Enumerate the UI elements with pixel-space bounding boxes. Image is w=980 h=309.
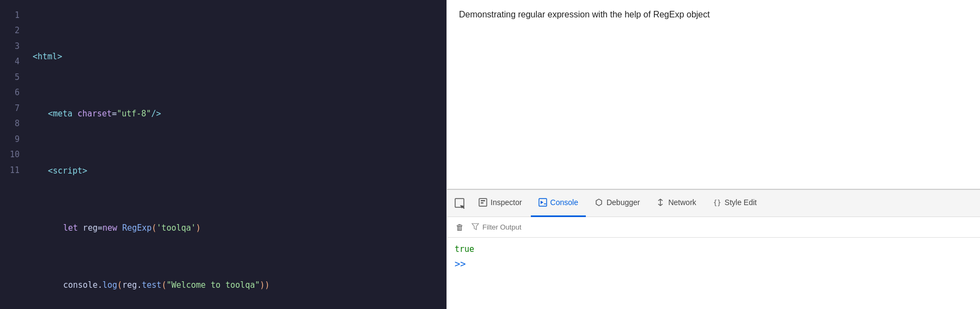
tab-style-edit[interactable]: {} Style Edit — [705, 190, 764, 217]
token-script-open-tag: script — [53, 164, 82, 178]
token-str-toolqa1: 'toolqa' — [157, 221, 196, 236]
token-charset-attr: charset — [77, 107, 112, 121]
token-let: let — [63, 221, 78, 236]
console-icon — [538, 198, 547, 207]
token-gt: > — [57, 50, 62, 64]
line-numbers: 1 2 3 4 5 6 7 8 9 10 11 — [0, 0, 27, 309]
token-lt: < — [33, 50, 38, 64]
token-test: test — [142, 279, 162, 293]
line-num-10: 10 — [0, 147, 20, 163]
right-pane: Demonstrating regular expression with th… — [446, 0, 980, 309]
token-paren-open: ( — [152, 221, 157, 236]
code-line-4: let reg=new RegExp('toolqa') — [33, 221, 446, 237]
tab-console[interactable]: Console — [531, 190, 586, 217]
line-num-9: 9 — [0, 132, 20, 147]
token-paren-close: ) — [196, 221, 201, 236]
tab-inspector[interactable]: Inspector — [471, 190, 530, 217]
devtools-tab-bar: Inspector Console — [447, 190, 980, 217]
style-edit-icon: {} — [713, 198, 721, 207]
code-line-5: console.log(reg.test("Welcome to toolqa"… — [33, 278, 446, 294]
token-str-welcome: "Welcome to toolqa" — [167, 279, 260, 293]
svg-marker-5 — [541, 201, 543, 204]
svg-marker-8 — [472, 224, 479, 230]
token-console: console. — [63, 279, 102, 293]
token-log-close: ) — [265, 279, 270, 293]
token-meta-self-close: /> — [151, 107, 161, 121]
line-num-5: 5 — [0, 70, 20, 85]
code-line-1: <html> — [33, 50, 446, 65]
tab-inspector-label: Inspector — [491, 198, 522, 207]
clear-console-button[interactable]: 🗑 — [452, 220, 467, 234]
line-num-6: 6 — [0, 85, 20, 101]
devtools-toolbar: 🗑 — [447, 217, 980, 238]
token-new: new — [102, 221, 117, 236]
token-meta-open: < — [48, 107, 53, 121]
console-prompt[interactable]: >> — [455, 256, 972, 271]
console-result-true: true — [455, 242, 972, 256]
inspector-icon — [479, 198, 487, 207]
token-regexp: RegExp — [122, 221, 151, 236]
svg-rect-3 — [481, 202, 483, 203]
network-icon — [656, 198, 665, 207]
token-log: log — [102, 279, 117, 293]
svg-rect-6 — [544, 203, 546, 205]
page-text: Demonstrating regular expression with th… — [459, 10, 710, 19]
filter-icon — [471, 223, 479, 232]
tab-debugger-label: Debugger — [607, 198, 640, 207]
token-script-open-lt: < — [48, 164, 53, 178]
svg-text:{}: {} — [713, 199, 721, 207]
filter-output-input[interactable] — [482, 223, 569, 231]
line-num-2: 2 — [0, 23, 20, 39]
tab-network[interactable]: Network — [648, 190, 703, 217]
token-html-tag: html — [38, 50, 57, 64]
code-line-2: <meta charset="utf-8"/> — [33, 107, 446, 122]
browser-output: Demonstrating regular expression with th… — [447, 0, 980, 189]
code-content: <html> <meta charset="utf-8"/> <script> … — [27, 0, 446, 309]
filter-area — [471, 223, 569, 232]
code-editor: 1 2 3 4 5 6 7 8 9 10 11 <html> <meta cha… — [0, 0, 446, 309]
line-num-1: 1 — [0, 8, 20, 23]
token-script-open-gt: > — [82, 164, 87, 178]
svg-rect-2 — [481, 200, 485, 201]
token-reg: reg. — [122, 279, 142, 293]
tab-network-label: Network — [668, 198, 696, 207]
token-test-close: ) — [260, 279, 265, 293]
console-output-area: true >> — [447, 238, 980, 309]
line-num-3: 3 — [0, 39, 20, 54]
token-meta-tag: meta — [53, 107, 72, 121]
tab-style-edit-label: Style Edit — [725, 198, 757, 207]
clear-icon: 🗑 — [456, 223, 464, 232]
debugger-icon — [595, 198, 603, 207]
line-num-11: 11 — [0, 163, 20, 178]
token-charset-val: "utf-8" — [117, 107, 151, 121]
line-num-4: 4 — [0, 54, 20, 70]
devtools-panel: Inspector Console — [447, 189, 980, 309]
code-line-3: <script> — [33, 164, 446, 180]
line-num-7: 7 — [0, 101, 20, 116]
inspect-page-button[interactable] — [450, 194, 470, 213]
tab-debugger[interactable]: Debugger — [587, 190, 648, 217]
line-num-8: 8 — [0, 116, 20, 132]
token-log-open: ( — [117, 279, 122, 293]
tab-console-label: Console — [550, 198, 578, 207]
token-test-open: ( — [162, 279, 167, 293]
